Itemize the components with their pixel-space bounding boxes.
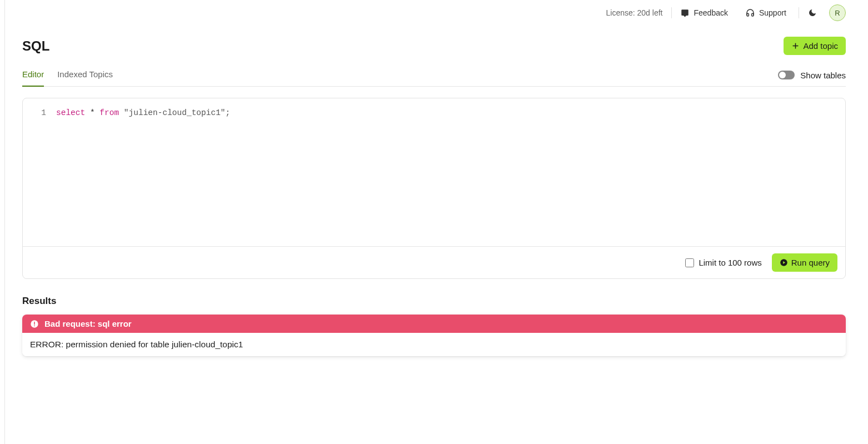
license-info[interactable]: License: 20d left — [597, 7, 672, 18]
limit-rows-label: Limit to 100 rows — [699, 258, 761, 267]
error-icon — [30, 320, 39, 328]
limit-rows-checkbox[interactable] — [685, 258, 694, 267]
code-token: * — [85, 108, 99, 117]
avatar-initial: R — [835, 9, 840, 17]
play-icon — [780, 258, 788, 267]
error-alert: Bad request: sql error ERROR: permission… — [22, 315, 846, 356]
plus-icon — [791, 42, 800, 50]
code-content: select * from "julien-cloud_topic1"; — [56, 108, 230, 236]
error-title: Bad request: sql error — [44, 319, 132, 328]
limit-rows-option[interactable]: Limit to 100 rows — [685, 258, 761, 267]
support-label: Support — [759, 7, 786, 18]
svg-point-6 — [34, 325, 35, 326]
code-keyword: select — [56, 108, 85, 117]
tab-editor[interactable]: Editor — [22, 69, 44, 87]
headphones-icon — [746, 8, 755, 17]
sql-editor-card: 1 select * from "julien-cloud_topic1"; L… — [22, 98, 846, 279]
error-body: ERROR: permission denied for table julie… — [22, 333, 846, 356]
line-number-gutter: 1 — [32, 108, 56, 236]
sql-editor[interactable]: 1 select * from "julien-cloud_topic1"; — [23, 98, 845, 246]
comment-icon — [681, 9, 689, 17]
line-number: 1 — [32, 108, 46, 117]
top-bar: License: 20d left Feedback Support R — [22, 0, 846, 21]
page-title: SQL — [22, 38, 49, 54]
show-tables-toggle[interactable] — [778, 71, 795, 79]
results-title: Results — [22, 296, 846, 307]
support-link[interactable]: Support — [737, 7, 799, 18]
code-punct: ; — [226, 108, 231, 117]
moon-icon — [808, 8, 817, 17]
code-token — [119, 108, 124, 117]
add-topic-button[interactable]: Add topic — [784, 37, 846, 55]
tab-indexed-topics[interactable]: Indexed Topics — [57, 69, 113, 87]
error-header: Bad request: sql error — [22, 315, 846, 333]
show-tables-label: Show tables — [800, 71, 846, 80]
add-topic-label: Add topic — [803, 41, 838, 51]
run-query-button[interactable]: Run query — [772, 253, 837, 272]
feedback-label: Feedback — [694, 7, 727, 18]
code-string: "julien-cloud_topic1" — [124, 108, 226, 117]
avatar[interactable]: R — [829, 4, 846, 21]
code-keyword: from — [99, 108, 119, 117]
run-query-label: Run query — [791, 258, 830, 267]
tab-list: Editor Indexed Topics — [22, 69, 113, 86]
feedback-link[interactable]: Feedback — [672, 7, 736, 18]
theme-toggle[interactable] — [799, 8, 826, 17]
